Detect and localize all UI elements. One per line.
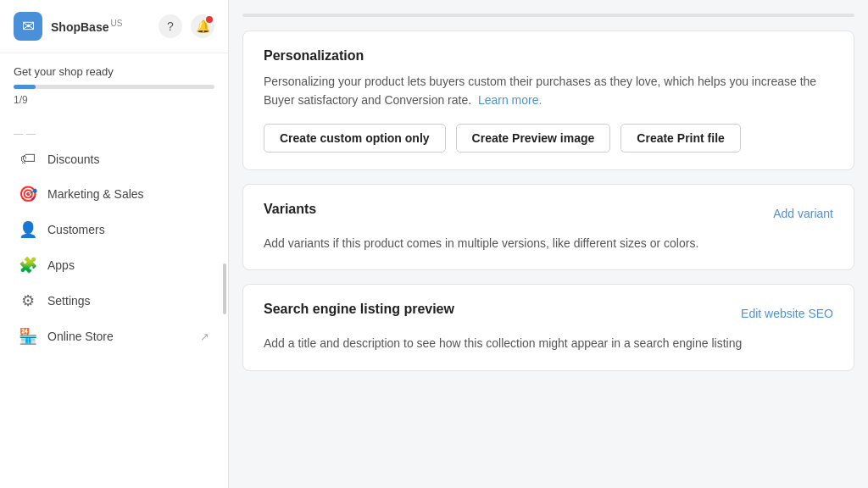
sidebar-item-label: Online Store bbox=[47, 330, 190, 343]
sidebar-header: ✉ ShopBaseUS ? 🔔 bbox=[0, 0, 228, 53]
shop-setup-label: Get your shop ready bbox=[14, 65, 214, 78]
sidebar-item-label: Settings bbox=[47, 294, 209, 308]
marketing-icon: 🎯 bbox=[19, 185, 37, 203]
main-content: Personalization Personalizing your produ… bbox=[229, 0, 868, 488]
personalization-buttons: Create custom option only Create Preview… bbox=[264, 124, 833, 152]
help-icon: ? bbox=[167, 19, 174, 33]
logo-box: ✉ bbox=[14, 12, 42, 41]
variants-card: Variants Add variant Add variants if thi… bbox=[242, 184, 854, 270]
sidebar-item-label: Discounts bbox=[47, 152, 209, 166]
variants-header-row: Variants Add variant bbox=[264, 202, 833, 225]
sidebar-item-label: Apps bbox=[47, 258, 209, 272]
create-custom-option-button[interactable]: Create custom option only bbox=[264, 124, 446, 152]
progress-fraction: 1/9 bbox=[14, 94, 214, 106]
sidebar-item-discounts[interactable]: 🏷 Discounts bbox=[5, 141, 223, 176]
brand-name: ShopBaseUS bbox=[51, 19, 122, 34]
variants-description: Add variants if this product comes in mu… bbox=[264, 234, 833, 252]
personalization-description: Personalizing your product lets buyers c… bbox=[264, 72, 833, 110]
seo-title: Search engine listing preview bbox=[264, 302, 454, 317]
create-preview-image-button[interactable]: Create Preview image bbox=[456, 124, 611, 152]
logo-icon: ✉ bbox=[22, 17, 35, 36]
brand-name-text: ShopBase bbox=[51, 20, 108, 34]
brand-region: US bbox=[110, 19, 122, 28]
notification-button[interactable]: 🔔 bbox=[191, 14, 214, 38]
notification-dot bbox=[206, 16, 213, 23]
personalization-card: Personalization Personalizing your produ… bbox=[242, 30, 854, 170]
sidebar-scrollbar-thumb[interactable] bbox=[223, 263, 226, 314]
sidebar-item-customers[interactable]: 👤 Customers bbox=[5, 212, 223, 247]
seo-header-row: Search engine listing preview Edit websi… bbox=[264, 302, 833, 325]
progress-bar-fill bbox=[14, 85, 36, 89]
shop-setup-section: Get your shop ready 1/9 bbox=[0, 53, 228, 114]
sidebar-item-online-store[interactable]: 🏪 Online Store ↗ bbox=[5, 319, 223, 354]
online-store-icon: 🏪 bbox=[19, 327, 37, 346]
sidebar-item-apps[interactable]: 🧩 Apps bbox=[5, 247, 223, 283]
sidebar-item-marketing[interactable]: 🎯 Marketing & Sales bbox=[5, 176, 223, 212]
customers-icon: 👤 bbox=[19, 220, 37, 239]
discounts-icon: 🏷 bbox=[19, 150, 37, 168]
external-link-icon: ↗ bbox=[200, 330, 209, 343]
settings-icon: ⚙ bbox=[19, 291, 37, 310]
variants-title: Variants bbox=[264, 202, 316, 217]
sidebar-scrollbar-track bbox=[223, 114, 226, 488]
seo-description: Add a title and description to see how t… bbox=[264, 334, 833, 352]
personalization-title: Personalization bbox=[264, 48, 833, 64]
add-variant-link[interactable]: Add variant bbox=[773, 207, 833, 220]
edit-seo-link[interactable]: Edit website SEO bbox=[741, 307, 833, 320]
header-icons: ? 🔔 bbox=[159, 14, 214, 38]
sidebar-item-label: Customers bbox=[47, 223, 209, 236]
sidebar-item-settings[interactable]: ⚙ Settings bbox=[5, 283, 223, 319]
seo-card: Search engine listing preview Edit websi… bbox=[242, 284, 854, 370]
help-button[interactable]: ? bbox=[159, 14, 182, 38]
create-print-file-button[interactable]: Create Print file bbox=[620, 124, 740, 152]
apps-icon: 🧩 bbox=[19, 256, 37, 274]
sidebar-divider: — — bbox=[0, 123, 228, 141]
sidebar: ✉ ShopBaseUS ? 🔔 Get your shop ready 1/9… bbox=[0, 0, 229, 488]
sidebar-nav: — — 🏷 Discounts 🎯 Marketing & Sales 👤 Cu… bbox=[0, 114, 228, 488]
learn-more-link[interactable]: Learn more. bbox=[478, 93, 542, 107]
sidebar-item-label: Marketing & Sales bbox=[47, 187, 209, 201]
progress-bar-background bbox=[14, 85, 214, 89]
